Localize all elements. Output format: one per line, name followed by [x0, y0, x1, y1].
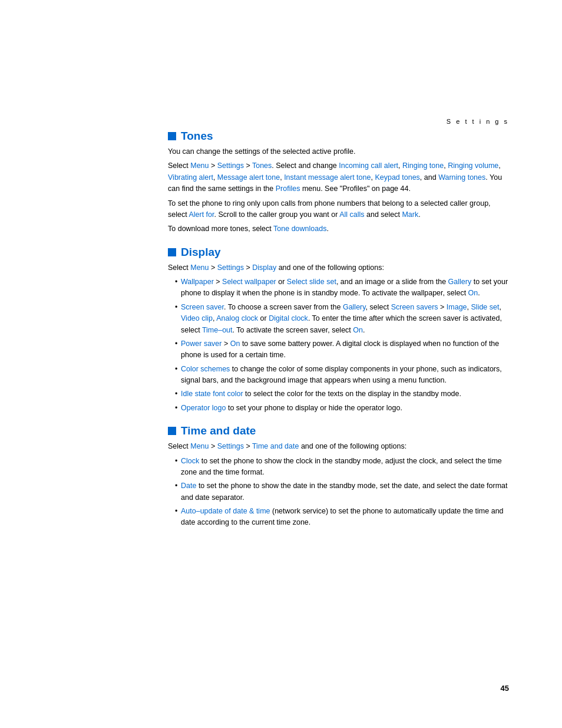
video-clip-link[interactable]: Video clip — [181, 314, 213, 322]
tones-para3: To download more tones, select Tone down… — [168, 223, 509, 235]
display-display-link[interactable]: Display — [252, 263, 276, 272]
all-calls-link[interactable]: All calls — [339, 210, 364, 219]
incoming-call-alert-link[interactable]: Incoming call alert — [339, 162, 398, 170]
gallery-link-2[interactable]: Gallery — [343, 303, 366, 311]
display-icon — [168, 248, 176, 256]
message-alert-tone-link[interactable]: Message alert tone — [217, 173, 280, 182]
display-intro: Select Menu > Settings > Display and one… — [168, 262, 509, 274]
display-bullet-powersaver: Power saver > On to save some battery po… — [175, 338, 509, 361]
slide-set-link[interactable]: Slide set — [471, 303, 500, 311]
tones-para2: To set the phone to ring only upon calls… — [168, 198, 509, 221]
tones-icon — [168, 132, 176, 140]
tones-heading: Tones — [181, 130, 213, 143]
image-link[interactable]: Image — [447, 303, 467, 311]
profiles-link[interactable]: Profiles — [276, 185, 300, 193]
screen-saver-link[interactable]: Screen saver — [181, 303, 224, 311]
tone-downloads-link[interactable]: Tone downloads — [273, 225, 326, 233]
instant-message-alert-link[interactable]: Instant message alert tone — [284, 173, 371, 182]
display-bullet-idlefont: Idle state font color to select the colo… — [175, 388, 509, 400]
ringing-tone-link[interactable]: Ringing tone — [402, 162, 444, 170]
warning-tones-link[interactable]: Warning tones — [438, 173, 485, 182]
timedate-intro: Select Menu > Settings > Time and date a… — [168, 441, 509, 452]
wallpaper-link[interactable]: Wallpaper — [181, 278, 214, 286]
timedate-timedate-link[interactable]: Time and date — [252, 442, 299, 450]
page-number: 45 — [501, 684, 509, 693]
power-saver-link[interactable]: Power saver — [181, 340, 222, 348]
timedate-bullet-autoupdate: Auto–update of date & time (network serv… — [175, 506, 509, 529]
tones-menu-link[interactable]: Menu — [190, 162, 209, 170]
operator-logo-link[interactable]: Operator logo — [181, 404, 226, 412]
powersaver-on-link[interactable]: On — [230, 340, 240, 348]
keypad-tones-link[interactable]: Keypad tones — [375, 173, 419, 182]
timeout-link[interactable]: Time–out — [202, 326, 233, 334]
content-area: S e t t i n g s Tones You can change the… — [0, 0, 562, 587]
alert-for-link[interactable]: Alert for — [189, 210, 214, 219]
timedate-bullet-list: Clock to set the phone to show the clock… — [168, 456, 509, 529]
color-schemes-link[interactable]: Color schemes — [181, 365, 230, 373]
gallery-link-1[interactable]: Gallery — [448, 278, 472, 286]
timedate-section: Time and date Select Menu > Settings > T… — [168, 424, 509, 529]
tones-para1: Select Menu > Settings > Tones. Select a… — [168, 160, 509, 195]
display-settings-link[interactable]: Settings — [217, 263, 244, 272]
ringing-volume-link[interactable]: Ringing volume — [448, 162, 498, 170]
screensaver-on-link[interactable]: On — [353, 326, 363, 334]
tones-tones-link[interactable]: Tones — [252, 162, 272, 170]
settings-label: S e t t i n g s — [168, 118, 509, 125]
vibrating-alert-link[interactable]: Vibrating alert — [168, 173, 213, 182]
timedate-settings-link[interactable]: Settings — [217, 442, 244, 450]
select-wallpaper-link[interactable]: Select wallpaper — [222, 278, 276, 286]
display-title: Display — [168, 246, 509, 259]
clock-link[interactable]: Clock — [181, 457, 199, 465]
timedate-title: Time and date — [168, 424, 509, 437]
display-bullet-list: Wallpaper > Select wallpaper or Select s… — [168, 276, 509, 414]
display-bullet-screensaver: Screen saver. To choose a screen saver f… — [175, 302, 509, 336]
timedate-menu-link[interactable]: Menu — [190, 442, 209, 450]
page: S e t t i n g s Tones You can change the… — [0, 0, 562, 728]
display-bullet-operatorlogo: Operator logo to set your phone to displ… — [175, 403, 509, 414]
mark-link[interactable]: Mark — [402, 210, 418, 219]
timedate-icon — [168, 427, 176, 435]
analog-clock-link[interactable]: Analog clock — [216, 314, 258, 322]
auto-update-link[interactable]: Auto–update of date & time — [181, 507, 270, 515]
display-heading: Display — [181, 246, 221, 259]
tones-section: Tones You can change the settings of the… — [168, 130, 509, 235]
display-menu-link[interactable]: Menu — [190, 263, 209, 272]
tones-intro: You can change the settings of the selec… — [168, 146, 509, 157]
select-slide-set-link[interactable]: Select slide set — [287, 278, 336, 286]
screen-savers-link[interactable]: Screen savers — [391, 303, 438, 311]
wallpaper-on-link[interactable]: On — [468, 289, 478, 297]
display-bullet-colorschemes: Color schemes to change the color of som… — [175, 364, 509, 387]
tones-settings-link[interactable]: Settings — [217, 162, 244, 170]
timedate-bullet-clock: Clock to set the phone to show the clock… — [175, 456, 509, 479]
timedate-bullet-date: Date to set the phone to show the date i… — [175, 480, 509, 503]
date-link[interactable]: Date — [181, 482, 196, 490]
idle-state-font-color-link[interactable]: Idle state font color — [181, 390, 243, 398]
timedate-heading: Time and date — [181, 424, 256, 437]
tones-title: Tones — [168, 130, 509, 143]
display-section: Display Select Menu > Settings > Display… — [168, 246, 509, 414]
display-bullet-wallpaper: Wallpaper > Select wallpaper or Select s… — [175, 276, 509, 299]
digital-clock-link[interactable]: Digital clock — [269, 314, 308, 322]
